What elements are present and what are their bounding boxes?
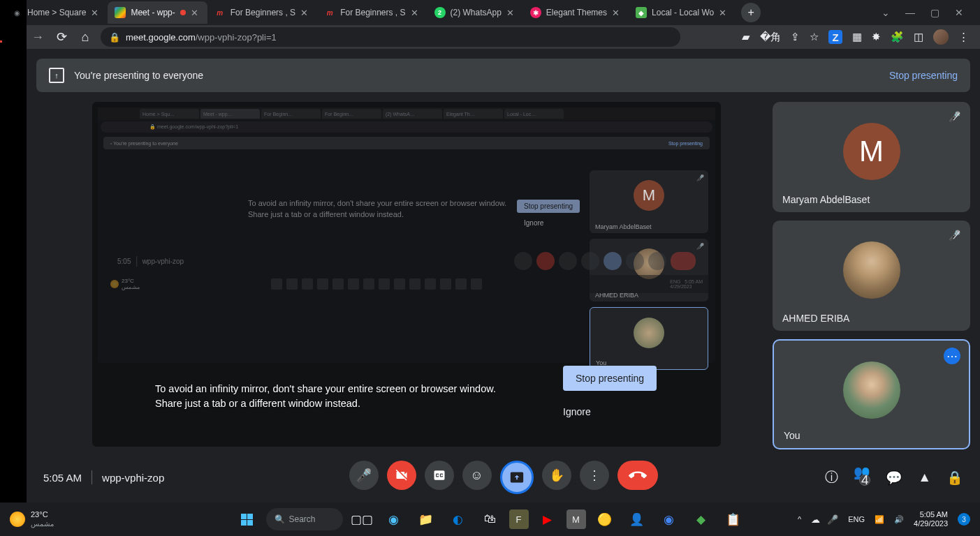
tab-0[interactable]: ◉Home > Square✕ [4, 1, 108, 24]
mirror-hint-text: To avoid an infinity mirror, don't share… [248, 198, 506, 220]
minimize-button[interactable]: ― [905, 7, 915, 18]
url-host: meet.google.com [126, 32, 196, 43]
volume-icon[interactable]: 🔊 [894, 515, 904, 524]
chrome-icon[interactable]: 🟡 [592, 506, 618, 533]
close-icon[interactable]: ✕ [719, 8, 729, 17]
close-icon[interactable]: ✕ [411, 8, 420, 17]
infinity-mirror-hint: To avoid an infinity mirror, don't share… [155, 382, 496, 412]
tab-5[interactable]: ✱Elegant Themes✕ [523, 1, 629, 24]
forward-button[interactable]: → [29, 30, 46, 45]
chat-icon[interactable]: 💬 [886, 470, 902, 486]
windows-taskbar: 23°Cمشمس 🔍Search ▢▢ ◉ 📁 ◐ 🛍 F ▶ M 🟡 👤 ◉ … [0, 502, 980, 536]
local-icon[interactable]: ◆ [688, 506, 715, 533]
close-icon[interactable]: ✕ [506, 8, 516, 17]
search-icon: 🔍 [275, 514, 285, 524]
stop-presenting-button[interactable]: Stop presenting [563, 366, 657, 391]
meet-bottom-bar: 5:05 AM wpp-vphi-zop 🎤 ☺ ✋ ⋮ ⓘ 👥4 💬 ▲ 🔒 [27, 452, 980, 502]
app-icon[interactable]: M [566, 509, 586, 529]
taskbar-clock[interactable]: 5:05 AM4/29/2023 [914, 510, 948, 528]
camera-off-button[interactable] [387, 461, 416, 490]
mic-button[interactable]: 🎤 [349, 461, 379, 490]
participant-name: You [784, 430, 800, 441]
url-path: /wpp-vphi-zop?pli=1 [196, 32, 277, 43]
app-icon[interactable]: 📋 [720, 506, 747, 533]
more-options-button[interactable]: ⋮ [580, 461, 609, 490]
language-indicator[interactable]: ENG [848, 515, 865, 523]
app-icon[interactable]: F [509, 509, 529, 529]
extension-icon[interactable]: ▦ [852, 31, 862, 43]
youtube-icon[interactable]: ▶ [534, 506, 561, 533]
wifi-icon[interactable]: 📶 [875, 515, 884, 524]
weather-widget[interactable]: 23°Cمشمس [10, 510, 54, 528]
mic-off-icon: 🎤̸ [946, 109, 962, 124]
stop-presenting-link[interactable]: Stop presenting [889, 70, 958, 81]
tab-4[interactable]: 2(2) WhatsApp✕ [427, 1, 523, 24]
onedrive-icon[interactable]: ☁ [811, 514, 820, 525]
close-icon[interactable]: ✕ [612, 8, 622, 17]
translate-icon[interactable]: �角 [760, 31, 781, 44]
participant-count-badge: 4 [859, 475, 870, 486]
app-icon[interactable]: ◉ [381, 506, 407, 533]
profile-avatar[interactable] [933, 29, 949, 45]
share-icon[interactable]: ⇪ [791, 31, 800, 43]
hangup-button[interactable] [617, 461, 658, 490]
start-button[interactable] [234, 506, 261, 533]
side-panel-icon[interactable]: ◫ [914, 31, 923, 43]
host-controls-icon[interactable]: 🔒 [946, 470, 963, 486]
tab-strip: ◉Home > Square✕ Meet - wpp-✕ mFor Beginn… [0, 0, 980, 25]
close-icon[interactable]: ✕ [300, 8, 310, 17]
notification-badge[interactable]: 3 [958, 513, 970, 526]
captions-button[interactable] [425, 461, 454, 490]
taskbar-search[interactable]: 🔍Search [266, 508, 343, 530]
info-icon[interactable]: ⓘ [825, 468, 838, 486]
taskbar-center: 🔍Search ▢▢ ◉ 📁 ◐ 🛍 F ▶ M 🟡 👤 ◉ ◆ 📋 [234, 506, 747, 533]
menu-icon[interactable]: ⋮ [958, 31, 969, 43]
dropdown-icon[interactable]: ⌄ [882, 7, 890, 18]
participant-tiles: 🎤̸ M Maryam AbdelBaset 🎤̸ AHMED ERIBA ⋯ … [773, 102, 970, 449]
presenting-text: You're presenting to everyone [74, 70, 203, 81]
main-stage: Home > Squ…Meet - wpp…For Beginn…For Beg… [36, 102, 763, 447]
file-explorer-icon[interactable]: 📁 [413, 506, 439, 533]
close-window-button[interactable]: ✕ [955, 7, 963, 18]
new-tab-button[interactable]: + [741, 3, 761, 22]
participant-tile[interactable]: 🎤̸ M Maryam AbdelBaset [773, 102, 970, 212]
mirror-ignore: Ignore [524, 219, 543, 227]
edge-icon[interactable]: ◐ [445, 506, 471, 533]
close-icon[interactable]: ✕ [91, 8, 101, 17]
participant-tile-self[interactable]: ⋯ You [773, 339, 970, 449]
tab-2[interactable]: mFor Beginners , S✕ [207, 1, 317, 24]
store-icon[interactable]: 🛍 [477, 506, 504, 533]
app-icon[interactable]: 👤 [624, 506, 650, 533]
reload-button[interactable]: ⟳ [53, 29, 70, 45]
recording-icon [180, 10, 186, 15]
mirror-stop-button: Stop presenting [517, 200, 580, 213]
activities-icon[interactable]: ▲ [918, 470, 931, 485]
taskbar-right: ^ ☁ 🎤 ENG 📶 🔊 5:05 AM4/29/2023 3 [798, 510, 970, 528]
address-bar[interactable]: 🔒 meet.google.com/wpp-vphi-zop?pli=1 [101, 27, 680, 47]
bookmark-icon[interactable]: ☆ [810, 31, 819, 43]
camera-icon[interactable]: ▰ [742, 31, 750, 43]
people-icon[interactable]: 👥4 [854, 464, 870, 491]
chrome-icon[interactable]: ◉ [656, 506, 682, 533]
extensions-icon[interactable]: 🧩 [891, 31, 904, 43]
more-icon[interactable]: ⋯ [944, 348, 960, 364]
extension-z-icon[interactable]: Z [828, 30, 842, 44]
ignore-button[interactable]: Ignore [563, 406, 591, 417]
tab-1[interactable]: Meet - wpp-✕ [108, 1, 207, 24]
meeting-code: wpp-vphi-zop [102, 472, 164, 484]
devtools-sliver [0, 0, 27, 502]
tab-6[interactable]: ◆Local - Local Wo✕ [629, 1, 736, 24]
chevron-up-icon[interactable]: ^ [798, 515, 801, 523]
home-button[interactable]: ⌂ [77, 30, 94, 45]
present-button[interactable] [500, 461, 534, 494]
mic-off-icon: 🎤̸ [946, 228, 962, 243]
extension-icon[interactable]: ✸ [872, 31, 881, 43]
tab-3[interactable]: mFor Beginners , S✕ [317, 1, 427, 24]
maximize-button[interactable]: ▢ [930, 7, 939, 18]
participant-tile[interactable]: 🎤̸ AHMED ERIBA [773, 221, 970, 331]
raise-hand-button[interactable]: ✋ [542, 461, 571, 490]
task-view-icon[interactable]: ▢▢ [349, 506, 375, 533]
close-icon[interactable]: ✕ [191, 8, 200, 17]
reactions-button[interactable]: ☺ [462, 461, 492, 490]
mic-tray-icon[interactable]: 🎤 [827, 514, 838, 525]
